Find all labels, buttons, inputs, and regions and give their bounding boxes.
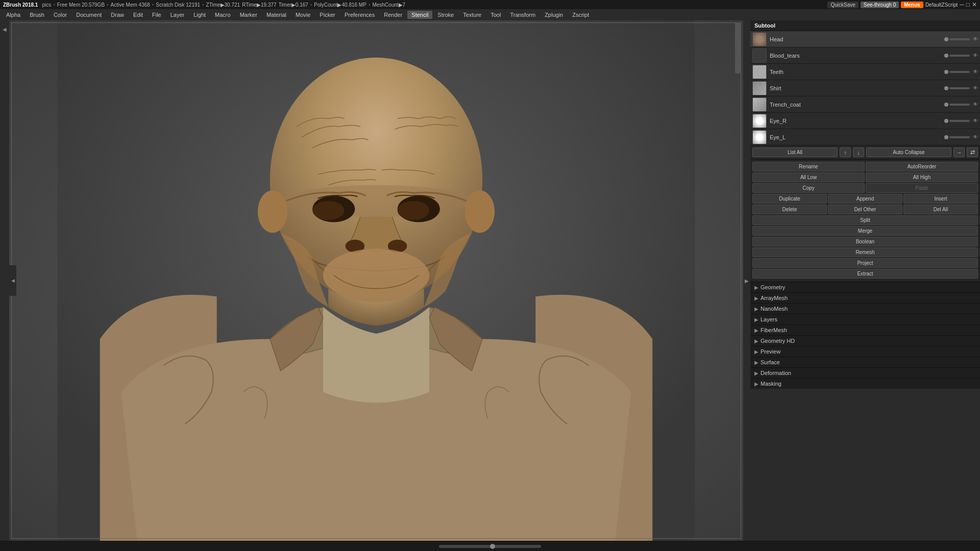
subtool-slider-head[interactable] bbox=[949, 38, 970, 40]
section-arraymesh[interactable]: ▶ ArrayMesh bbox=[750, 292, 980, 303]
viewport-scrollbar[interactable] bbox=[735, 22, 741, 73]
menu-edit[interactable]: Edit bbox=[129, 11, 147, 19]
subtool-dot-blood-tears[interactable] bbox=[944, 54, 948, 58]
section-layers[interactable]: ▶ Layers bbox=[750, 314, 980, 324]
subtool-eye-head[interactable]: 👁 bbox=[973, 36, 978, 42]
bottom-slider-thumb[interactable] bbox=[490, 544, 495, 549]
section-nanomesh[interactable]: ▶ NanoMesh bbox=[750, 303, 980, 314]
menu-stroke[interactable]: Stroke bbox=[433, 11, 458, 19]
quicksave-button[interactable]: QuickSave bbox=[827, 2, 858, 8]
section-deformation[interactable]: ▶ Deformation bbox=[750, 367, 980, 378]
list-all-down-icon[interactable]: ↓ bbox=[853, 147, 864, 157]
menu-color[interactable]: Color bbox=[50, 11, 71, 19]
menu-light[interactable]: Light bbox=[189, 11, 210, 19]
subtool-eye-eye-r[interactable]: 👁 bbox=[973, 118, 978, 123]
subtool-name-blood-tears: Blood_tears bbox=[770, 53, 944, 59]
list-all-up-icon[interactable]: ↑ bbox=[840, 147, 851, 157]
subtool-dot-teeth[interactable] bbox=[944, 70, 948, 74]
subtool-item-eye-r[interactable]: Eye_R 👁 bbox=[750, 113, 980, 129]
boolean-button[interactable]: Boolean bbox=[752, 237, 978, 246]
auto-collapse-icon2[interactable]: ⇄ bbox=[967, 147, 978, 157]
del-other-button[interactable]: Del Other bbox=[828, 205, 902, 214]
subtool-item-shirt[interactable]: Shirt 👁 bbox=[750, 80, 980, 96]
subtool-dot-eye-r[interactable] bbox=[944, 119, 948, 123]
subtool-eye-shirt[interactable]: 👁 bbox=[973, 85, 978, 91]
project-button[interactable]: Project bbox=[752, 258, 978, 268]
menu-picker[interactable]: Picker bbox=[315, 11, 339, 19]
see-through-button[interactable]: See-through 0 bbox=[861, 2, 899, 8]
copy-button[interactable]: Copy bbox=[752, 183, 865, 193]
menu-texture[interactable]: Texture bbox=[459, 11, 485, 19]
menu-brush[interactable]: Brush bbox=[26, 11, 48, 19]
subtool-slider-blood-tears[interactable] bbox=[949, 55, 970, 57]
insert-button[interactable]: Insert bbox=[903, 194, 978, 204]
subtool-dot-shirt[interactable] bbox=[944, 86, 948, 90]
rename-button[interactable]: Rename bbox=[752, 162, 865, 171]
delete-button[interactable]: Delete bbox=[752, 205, 827, 214]
section-fibermesh[interactable]: ▶ FiberMesh bbox=[750, 324, 980, 335]
window-minimize-icon[interactable]: ─ bbox=[960, 1, 964, 8]
menu-material[interactable]: Material bbox=[262, 11, 290, 19]
split-button[interactable]: Split bbox=[752, 215, 978, 225]
section-masking[interactable]: ▶ Masking bbox=[750, 378, 980, 389]
menu-document[interactable]: Document bbox=[72, 11, 106, 19]
auto-collapse-button[interactable]: Auto Collapse bbox=[866, 147, 951, 157]
menus-button[interactable]: Menus bbox=[901, 2, 923, 8]
menu-marker[interactable]: Marker bbox=[236, 11, 261, 19]
subtool-slider-trench-coat[interactable] bbox=[949, 104, 970, 106]
section-preview[interactable]: ▶ Preview bbox=[750, 346, 980, 357]
remesh-button[interactable]: Remesh bbox=[752, 247, 978, 257]
subtool-eye-eye-l[interactable]: 👁 bbox=[973, 134, 978, 140]
subtool-item-trench-coat[interactable]: Trench_coat 👁 bbox=[750, 96, 980, 113]
menu-stencil[interactable]: Stencil bbox=[407, 11, 432, 19]
merge-button[interactable]: Merge bbox=[752, 226, 978, 236]
subtool-slider-eye-l[interactable] bbox=[949, 136, 970, 138]
subtool-dot-head[interactable] bbox=[944, 37, 948, 41]
all-low-button[interactable]: All Low bbox=[752, 172, 865, 182]
subtool-item-head[interactable]: Head 👁 bbox=[750, 31, 980, 47]
window-maximize-icon[interactable]: □ bbox=[966, 1, 970, 8]
menu-preferences[interactable]: Preferences bbox=[340, 11, 379, 19]
panel-collapse-button[interactable]: ▶ bbox=[743, 20, 750, 541]
subtool-eye-teeth[interactable]: 👁 bbox=[973, 69, 978, 74]
paste-button[interactable]: Paste bbox=[866, 183, 978, 193]
auto-reorder-button[interactable]: AutoReorder bbox=[866, 162, 978, 171]
subtool-slider-shirt[interactable] bbox=[949, 87, 970, 89]
menu-macro[interactable]: Macro bbox=[211, 11, 235, 19]
window-close-icon[interactable]: ✕ bbox=[972, 1, 977, 8]
all-high-button[interactable]: All High bbox=[866, 172, 978, 182]
subtool-item-blood-tears[interactable]: Blood_tears 👁 bbox=[750, 47, 980, 64]
subtool-eye-blood-tears[interactable]: 👁 bbox=[973, 53, 978, 58]
menu-zscript[interactable]: Zscript bbox=[568, 11, 593, 19]
viewport[interactable]: ◀ bbox=[9, 20, 743, 541]
menu-draw[interactable]: Draw bbox=[107, 11, 128, 19]
section-surface[interactable]: ▶ Surface bbox=[750, 357, 980, 367]
subtool-dot-trench-coat[interactable] bbox=[944, 103, 948, 107]
left-expand-arrow[interactable]: ◀ bbox=[3, 27, 7, 32]
section-geometry[interactable]: ▶ Geometry bbox=[750, 282, 980, 292]
section-geometry-hd[interactable]: ▶ Geometry HD bbox=[750, 335, 980, 346]
menu-transform[interactable]: Transform bbox=[506, 11, 540, 19]
menu-layer[interactable]: Layer bbox=[166, 11, 189, 19]
menu-zplugin[interactable]: Zplugin bbox=[541, 11, 567, 19]
left-panel-toggle[interactable]: ◀ bbox=[9, 265, 16, 296]
auto-collapse-icon1[interactable]: → bbox=[953, 147, 965, 157]
del-all-button[interactable]: Del All bbox=[903, 205, 978, 214]
menu-alpha[interactable]: Alpha bbox=[2, 11, 24, 19]
subtool-slider-teeth[interactable] bbox=[949, 71, 970, 73]
subtool-item-eye-l[interactable]: Eye_L 👁 bbox=[750, 129, 980, 145]
bottom-nav-slider[interactable] bbox=[439, 545, 541, 548]
extract-button[interactable]: Extract bbox=[752, 269, 978, 279]
menu-tool[interactable]: Tool bbox=[486, 11, 505, 19]
menu-render[interactable]: Render bbox=[380, 11, 406, 19]
subtool-item-teeth[interactable]: Teeth 👁 bbox=[750, 64, 980, 80]
menu-file[interactable]: File bbox=[148, 11, 165, 19]
duplicate-button[interactable]: Duplicate bbox=[752, 194, 827, 204]
subtool-slider-eye-r[interactable] bbox=[949, 120, 970, 122]
subtool-dot-eye-l[interactable] bbox=[944, 135, 948, 139]
list-all-button[interactable]: List All bbox=[752, 147, 838, 157]
subtool-eye-trench-coat[interactable]: 👁 bbox=[973, 102, 978, 107]
default-zscript-button[interactable]: DefaultZScript bbox=[925, 2, 958, 8]
append-button[interactable]: Append bbox=[828, 194, 902, 204]
menu-movie[interactable]: Movie bbox=[291, 11, 314, 19]
